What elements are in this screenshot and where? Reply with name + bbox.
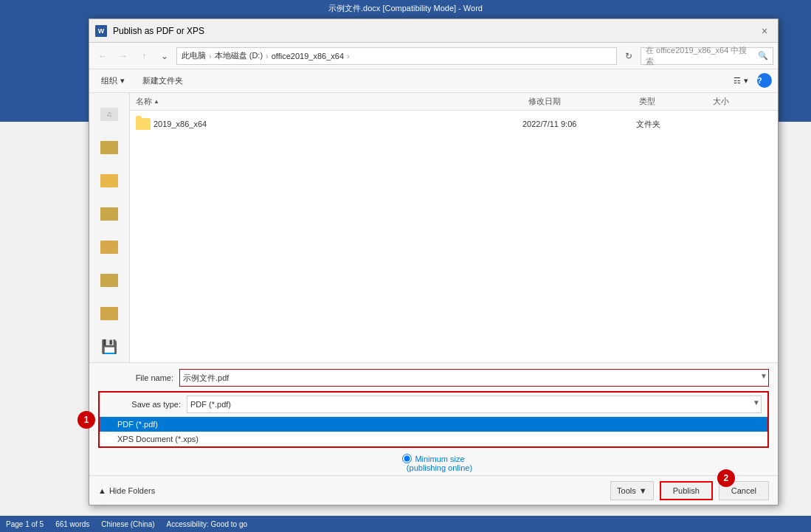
folder-icon-3 [100,174,118,187]
publish-label: Publish [673,486,700,495]
view-icon: ☶ [734,76,741,86]
dropdown-option-xps[interactable]: XPS Document (*.xps) [100,432,767,446]
filename-label: File name: [98,373,179,382]
file-date: 2022/7/11 9:06 [522,120,633,128]
hide-folders-label: Hide Folders [109,486,155,495]
sidebar-item-8[interactable]: 💾 [93,332,125,362]
view-arrow: ▾ [744,76,748,86]
dropdown-list: PDF (*.pdf) XPS Document (*.xps) [100,417,767,446]
search-icon: 🔍 [758,51,768,61]
address-bar: ← → ↑ ⌄ 此电脑 › 本地磁盘 (D:) › office2019_x86… [89,43,778,69]
minimum-size-radio[interactable] [402,454,412,463]
table-row[interactable]: 2019_x86_x64 2022/7/11 9:06 文件夹 [130,114,778,134]
hide-folders-icon: ▲ [98,486,106,495]
back-button[interactable]: ← [94,47,111,65]
view-controls: ☶ ▾ ? [728,73,772,89]
col-size[interactable]: 大小 [713,96,772,107]
filename-dropdown-arrow: ▼ [760,372,767,380]
publish-dialog: W Publish as PDF or XPS × ← → ↑ ⌄ 此电脑 › … [89,18,779,505]
callout-1-badge: 1 [77,411,95,429]
sidebar-item-5[interactable] [93,232,125,263]
language: Chinese (China) [101,520,154,528]
word-title: 示例文件.docx [Compatibility Mode] - Word [328,3,483,14]
save-type-arrow: ▼ [753,398,760,407]
search-placeholder: 在 office2019_x86_x64 中搜索 [646,45,755,67]
minimum-size-label: Minimum size [415,455,464,463]
save-type-row: Save as type: PDF (*.pdf) ▼ [100,393,767,417]
tools-arrow: ▼ [639,486,647,495]
breadcrumb-sep3: › [347,52,350,61]
folder-icon-4 [100,207,118,221]
hide-folders-button[interactable]: ▲ Hide Folders [98,486,155,495]
sidebar-item-7[interactable] [93,299,125,329]
recent-locations-button[interactable]: ⌄ [156,47,173,65]
publish-button[interactable]: Publish [660,481,713,500]
search-box[interactable]: 在 office2019_x86_x64 中搜索 🔍 [641,47,773,65]
new-folder-label: 新建文件夹 [142,75,183,86]
forward-button[interactable]: → [114,47,132,65]
save-type-input-container: PDF (*.pdf) ▼ [187,395,762,413]
folder-icon [136,118,151,130]
file-type: 文件夹 [636,119,710,130]
sidebar-item-6[interactable] [93,266,125,296]
folder-icon-6 [100,274,118,287]
column-headers: 名称 ▲ 修改日期 类型 大小 [130,93,778,111]
forward-icon: → [119,51,128,61]
dialog-close-button[interactable]: × [757,24,772,38]
breadcrumb-pc: 此电脑 [182,50,206,61]
col-date[interactable]: 修改日期 [528,96,639,107]
word-title-bar: 示例文件.docx [Compatibility Mode] - Word [0,0,811,16]
breadcrumb-folder: office2019_x86_x64 [272,52,344,61]
col-type[interactable]: 类型 [639,96,713,107]
sidebar-item-2[interactable] [93,132,125,162]
tools-button[interactable]: Tools ▼ [610,481,654,500]
minimum-size-sub: (publishing online) [407,463,472,472]
word-count: 661 words [55,520,89,528]
dropdown-option-pdf[interactable]: PDF (*.pdf) [100,417,767,432]
help-icon: ? [757,76,762,85]
save-type-value[interactable]: PDF (*.pdf) [187,395,762,413]
word-icon: W [95,25,107,37]
drive-icon-8: 💾 [101,339,117,355]
refresh-button[interactable]: ↻ [620,47,638,65]
sort-icon: ▲ [153,98,159,105]
minimum-size-option[interactable]: Minimum size (publishing online) [395,454,472,472]
organize-arrow: ▾ [120,76,125,86]
up-button[interactable]: ↑ [135,47,153,65]
sidebar-item-4[interactable] [93,198,125,229]
sidebar: ♫ 💾 [89,93,130,362]
up-icon: ↑ [142,51,146,61]
buttons-bar: ▲ Hide Folders Tools ▼ 2 Publish Cancel [89,475,778,505]
new-folder-button[interactable]: 新建文件夹 [137,73,189,89]
filename-input[interactable] [179,369,769,387]
sidebar-item-3[interactable] [93,165,125,196]
folder-icon-2 [100,141,118,154]
breadcrumb-sep2: › [266,52,269,61]
status-bar: Page 1 of 5 661 words Chinese (China) Ac… [0,516,811,532]
dialog-body: ♫ 💾 [89,93,778,362]
publish-container: 2 Publish [660,481,713,500]
file-rows: 2019_x86_x64 2022/7/11 9:06 文件夹 [130,111,778,362]
file-list-area: 名称 ▲ 修改日期 类型 大小 2019_x86_x64 2022/7 [130,93,778,362]
dialog-title: Publish as PDF or XPS [113,26,751,36]
refresh-icon: ↻ [625,51,632,61]
sidebar-item-music[interactable]: ♫ [93,99,125,129]
file-name: 2019_x86_x64 [153,120,520,128]
save-type-label: Save as type: [106,400,187,409]
cancel-label: Cancel [731,486,756,495]
page-count: Page 1 of 5 [6,520,44,528]
folder-icon-5 [100,241,118,254]
breadcrumb-sep1: › [209,52,212,61]
breadcrumb[interactable]: 此电脑 › 本地磁盘 (D:) › office2019_x86_x64 › [176,47,617,65]
save-type-callout: 1 Save as type: PDF (*.pdf) ▼ PDF (*.pdf… [98,391,769,448]
music-folder-icon: ♫ [100,108,118,121]
filename-input-container: ▼ [179,369,769,387]
dropdown-icon: ⌄ [161,51,168,61]
view-button[interactable]: ☶ ▾ [728,73,754,89]
col-name[interactable]: 名称 ▲ [136,96,528,107]
filename-row: File name: ▼ [89,363,778,390]
callout-2-badge: 2 [717,469,735,487]
dialog-bottom: File name: ▼ 1 Save as type: PDF (*.pdf)… [89,362,778,505]
organize-button[interactable]: 组织 ▾ [95,73,131,89]
help-button[interactable]: ? [757,73,772,88]
